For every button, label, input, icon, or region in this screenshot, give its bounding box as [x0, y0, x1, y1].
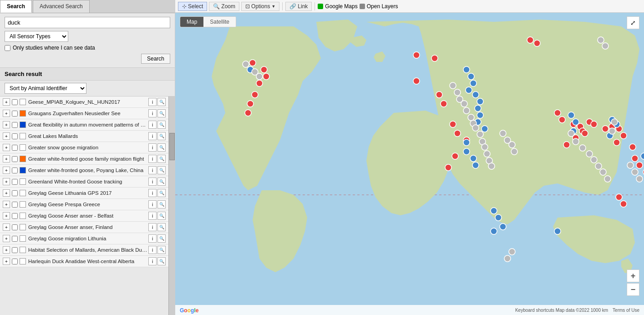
toolbar-options[interactable]: ⊡ Options ▼	[241, 2, 279, 11]
search-icon-btn[interactable]: 🔍	[157, 189, 166, 197]
item-checkbox[interactable]	[12, 133, 18, 139]
expand-btn[interactable]: +	[3, 155, 10, 163]
item-checkbox[interactable]	[12, 224, 18, 230]
item-checkbox[interactable]	[12, 156, 18, 162]
expand-btn[interactable]: +	[3, 201, 10, 208]
expand-btn[interactable]: +	[3, 98, 10, 106]
search-icon-btn[interactable]: 🔍	[157, 121, 166, 129]
info-icon-btn[interactable]: i	[148, 200, 157, 208]
search-icon-btn[interactable]: 🔍	[157, 155, 166, 163]
info-icon-btn[interactable]: i	[148, 178, 157, 186]
terms-link[interactable]: Terms of Use	[613, 308, 639, 313]
expand-btn[interactable]: +	[3, 178, 10, 185]
map-view-btn[interactable]: Map	[180, 17, 203, 27]
list-item[interactable]: +Great Lakes Mallardsi🔍	[0, 131, 168, 142]
fullscreen-btn[interactable]: ⤢	[627, 16, 639, 29]
expand-btn[interactable]: +	[3, 144, 10, 151]
search-icon-btn[interactable]: 🔍	[157, 166, 166, 174]
item-checkbox[interactable]	[12, 236, 18, 242]
search-icon-btn[interactable]: 🔍	[157, 246, 166, 254]
color-indicator	[20, 167, 26, 173]
search-icon-btn[interactable]: 🔍	[157, 223, 166, 231]
sort-select[interactable]: Sort by Animal IdentifierSort by NameSor…	[5, 83, 86, 94]
list-item[interactable]: +Graugans Zugverhalten Neusiedler Seei🔍	[0, 108, 168, 119]
item-checkbox[interactable]	[12, 259, 18, 264]
item-checkbox[interactable]	[12, 202, 18, 208]
expand-btn[interactable]: +	[3, 167, 10, 174]
search-icon-btn[interactable]: 🔍	[157, 132, 166, 140]
only-studies-checkbox[interactable]	[5, 45, 10, 51]
toolbar-link[interactable]: 🔗 Link	[285, 2, 312, 11]
item-checkbox[interactable]	[12, 190, 18, 196]
item-checkbox[interactable]	[12, 122, 18, 128]
list-item[interactable]: +Greylag Goose Anser anser, Finlandi🔍	[0, 222, 168, 233]
search-icon-btn[interactable]: 🔍	[157, 98, 166, 106]
item-label: Habitat Selection of Mallards, American …	[28, 247, 147, 253]
list-item[interactable]: +Greylag Geese Lithuania GPS 2017i🔍	[0, 188, 168, 199]
search-icon-btn[interactable]: 🔍	[157, 212, 166, 220]
item-checkbox[interactable]	[12, 247, 18, 253]
list-item[interactable]: +Habitat Selection of Mallards, American…	[0, 244, 168, 256]
list-item[interactable]: +Greater white-fronted goose family migr…	[0, 153, 168, 165]
search-icon-btn[interactable]: 🔍	[157, 257, 166, 265]
list-item[interactable]: +Greenland White-fronted Goose trackingi…	[0, 176, 168, 188]
expand-btn[interactable]: +	[3, 121, 10, 128]
toolbar-zoom[interactable]: 🔍 Zoom	[209, 2, 239, 11]
item-checkbox[interactable]	[12, 99, 18, 105]
list-item[interactable]: +Harlequin Duck Anatidae West-central Al…	[0, 256, 168, 267]
info-icon-btn[interactable]: i	[148, 223, 157, 231]
search-icon-btn[interactable]: 🔍	[157, 143, 166, 152]
expand-btn[interactable]: +	[3, 246, 10, 254]
list-item[interactable]: +Greater white-fronted goose, Poyang Lak…	[0, 165, 168, 176]
info-icon-btn[interactable]: i	[148, 257, 157, 265]
tab-search[interactable]: Search	[0, 0, 32, 13]
world-map	[175, 13, 644, 315]
info-icon-btn[interactable]: i	[148, 109, 157, 117]
info-icon-btn[interactable]: i	[148, 143, 157, 152]
scrollbar-thumb[interactable]	[169, 133, 175, 160]
item-label: Greater snow goose migration	[28, 145, 147, 150]
list-item[interactable]: +Geese_MPIAB_Kolguev_NL_HUN2017i🔍	[0, 97, 168, 108]
info-icon-btn[interactable]: i	[148, 166, 157, 174]
expand-btn[interactable]: +	[3, 132, 10, 140]
search-icon-btn[interactable]: 🔍	[157, 109, 166, 117]
item-checkbox[interactable]	[12, 179, 18, 185]
expand-btn[interactable]: +	[3, 189, 10, 197]
toolbar-select[interactable]: ⊹ Select	[178, 2, 207, 11]
list-item[interactable]: +Greylag Goose migration Lithuniai🔍	[0, 233, 168, 244]
open-layers-label[interactable]: Open Layers	[367, 3, 398, 10]
info-icon-btn[interactable]: i	[148, 246, 157, 254]
item-checkbox[interactable]	[12, 213, 18, 219]
google-maps-label[interactable]: Google Maps	[325, 3, 357, 10]
info-icon-btn[interactable]: i	[148, 155, 157, 163]
list-item[interactable]: +Greater snow goose migrationi🔍	[0, 142, 168, 153]
item-checkbox[interactable]	[12, 145, 18, 151]
expand-btn[interactable]: +	[3, 110, 10, 117]
info-icon-btn[interactable]: i	[148, 189, 157, 197]
info-icon-btn[interactable]: i	[148, 98, 157, 106]
search-icon-btn[interactable]: 🔍	[157, 200, 166, 208]
expand-btn[interactable]: +	[3, 224, 10, 231]
info-icon-btn[interactable]: i	[148, 234, 157, 243]
satellite-view-btn[interactable]: Satellite	[203, 17, 236, 27]
tab-advanced-search[interactable]: Advanced Search	[33, 0, 90, 13]
item-checkbox[interactable]	[12, 111, 18, 117]
zoom-out-btn[interactable]: −	[627, 283, 639, 296]
search-input[interactable]	[5, 17, 170, 28]
search-icon-btn[interactable]: 🔍	[157, 234, 166, 243]
expand-btn[interactable]: +	[3, 212, 10, 219]
search-icon-btn[interactable]: 🔍	[157, 178, 166, 186]
list-item[interactable]: +Greylag Geese Prespa Greecei🔍	[0, 199, 168, 210]
expand-btn[interactable]: +	[3, 235, 10, 242]
info-icon-btn[interactable]: i	[148, 121, 157, 129]
list-item[interactable]: +Greylag Goose Anser anser - Belfasti🔍	[0, 210, 168, 222]
zoom-in-btn[interactable]: +	[627, 269, 639, 282]
list-item[interactable]: +Great flexibility in autumn movement pa…	[0, 119, 168, 131]
sensor-type-select[interactable]: All Sensor TypesGPSRadio TransmitterSate…	[5, 31, 68, 42]
info-icon-btn[interactable]: i	[148, 132, 157, 140]
item-checkbox[interactable]	[12, 168, 18, 173]
expand-btn[interactable]: +	[3, 258, 10, 265]
info-icon-btn[interactable]: i	[148, 212, 157, 220]
search-button[interactable]: Search	[141, 54, 170, 64]
map-view: Map Satellite ⤢	[175, 13, 644, 315]
